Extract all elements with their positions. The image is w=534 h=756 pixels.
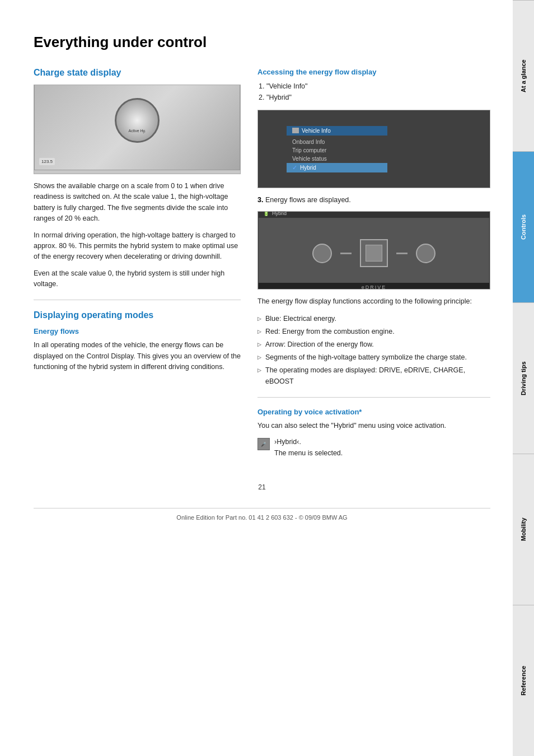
charge-state-body2: In normal driving operation, the high-vo… xyxy=(34,230,241,263)
page-number: 21 xyxy=(34,483,490,491)
charge-state-image: 123.5 xyxy=(34,85,241,174)
step-3: 3. Energy flows are displayed. xyxy=(257,195,490,206)
voice-command-box: 🎤 ›Hybrid‹. The menu is selected. xyxy=(257,437,490,459)
energy-flow-description: The energy flow display functions accord… xyxy=(257,296,490,307)
energy-circle-right xyxy=(416,244,435,263)
bullet-arrow: Arrow: Direction of the energy flow. xyxy=(257,339,490,350)
bullet-blue: Blue: Electrical energy. xyxy=(257,313,490,324)
voice-activation-title: Operating by voice activation* xyxy=(257,408,490,416)
menu-item-onboard: Onboard Info xyxy=(287,138,387,146)
sidebar-tab-driving-tips[interactable]: Driving tips xyxy=(513,302,534,454)
page-footer: Online Edition for Part no. 01 41 2 603 … xyxy=(34,508,490,521)
energy-flows-body: In all operating modes of the vehicle, t… xyxy=(34,340,241,372)
step-2: "Hybrid" xyxy=(266,92,490,103)
hybrid-header-bar: 🔋 Hybrid xyxy=(259,211,489,218)
sidebar-tab-reference[interactable]: Reference xyxy=(513,605,534,756)
menu-item-vehicle-status: Vehicle status xyxy=(287,155,387,163)
accessing-steps-list: "Vehicle Info" "Hybrid" xyxy=(257,81,490,103)
voice-command: ›Hybrid‹. xyxy=(274,437,343,447)
sidebar-tabs: At a glance Controls Driving tips Mobili… xyxy=(513,0,534,756)
step-1: "Vehicle Info" xyxy=(266,81,490,92)
engine-block xyxy=(366,245,382,262)
menu-item-hybrid: ✓ Hybrid xyxy=(287,163,387,172)
sidebar-tab-controls[interactable]: Controls xyxy=(513,151,534,302)
charge-state-body1: Shows the available charge on a scale fr… xyxy=(34,181,241,225)
energy-connector-2 xyxy=(396,253,407,254)
voice-activation-body: You can also select the "Hybrid" menu us… xyxy=(257,421,490,431)
left-column: Charge state display 123.5 Shows the ava… xyxy=(34,68,241,461)
energy-flows-subtitle: Energy flows xyxy=(34,327,241,335)
charge-state-title: Charge state display xyxy=(34,68,241,78)
bullet-segments: Segments of the high-voltage battery sym… xyxy=(257,352,490,363)
checkmark-icon: ✓ xyxy=(292,164,297,171)
footer-area: 21 Online Edition for Part no. 01 41 2 6… xyxy=(34,483,490,521)
sidebar-tab-mobility[interactable]: Mobility xyxy=(513,454,534,605)
voice-result: The menu is selected. xyxy=(274,448,343,459)
voice-text-block: ›Hybrid‹. The menu is selected. xyxy=(274,437,343,459)
sidebar-tab-at-a-glance[interactable]: At a glance xyxy=(513,0,534,151)
accessing-energy-title: Accessing the energy flow display xyxy=(257,68,490,76)
energy-flow-bullets: Blue: Electrical energy. Red: Energy fro… xyxy=(257,313,490,387)
energy-center xyxy=(360,239,388,267)
page-title: Everything under control xyxy=(34,34,490,51)
energy-circle-left xyxy=(312,244,332,263)
hybrid-energy-image: 🔋 Hybrid eDR xyxy=(257,211,490,290)
bullet-red: Red: Energy from the combustion engine. xyxy=(257,326,490,337)
hybrid-bottom-bar: eDRIVE xyxy=(259,283,489,290)
menu-icon xyxy=(292,128,299,133)
bullet-modes: The operating modes are displayed: DRIVE… xyxy=(257,365,490,387)
menu-header: Vehicle Info xyxy=(287,126,387,136)
voice-icon: 🎤 xyxy=(257,438,270,450)
energy-flow-diagram xyxy=(312,239,435,267)
charge-state-body3: Even at the scale value 0, the hybrid sy… xyxy=(34,268,241,290)
right-column: Accessing the energy flow display "Vehic… xyxy=(257,68,490,461)
energy-connector-1 xyxy=(340,253,352,254)
vehicle-info-image: Vehicle Info Onboard Info Trip computer … xyxy=(257,110,490,188)
main-content: Everything under control Charge state di… xyxy=(0,0,513,756)
speedometer-graphic xyxy=(115,98,160,143)
menu-item-trip: Trip computer xyxy=(287,146,387,155)
displaying-modes-title: Displaying operating modes xyxy=(34,310,241,320)
